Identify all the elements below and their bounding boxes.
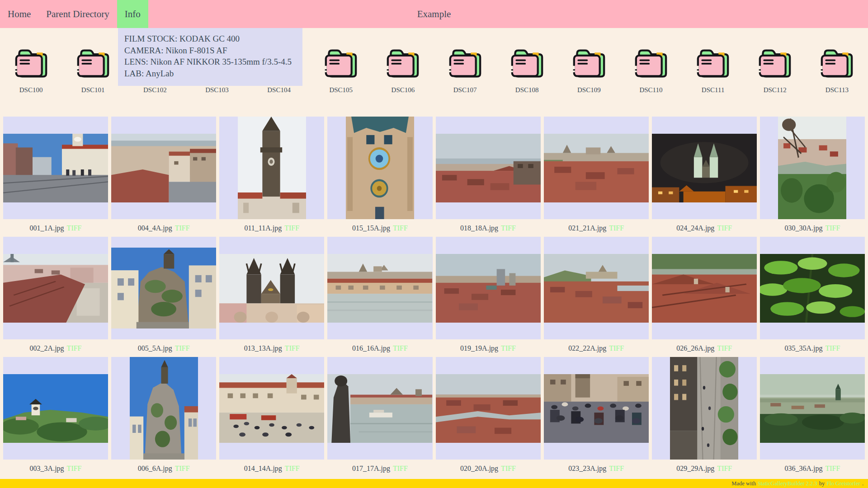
tiff-link[interactable]: TIFF xyxy=(393,344,408,352)
tiff-link[interactable]: TIFF xyxy=(284,224,299,232)
photo-thumbnail-035-35a-jpg[interactable] xyxy=(760,237,865,339)
photo-filename: 035_35A.jpg xyxy=(784,344,822,352)
tiff-link[interactable]: TIFF xyxy=(175,344,190,352)
photo-filename: 002_2A.jpg xyxy=(30,344,64,352)
photo-thumbnail-017-17a-jpg[interactable] xyxy=(327,357,432,460)
photo-thumbnail-006-6a-jpg[interactable] xyxy=(111,357,216,460)
folder-item-dsc113[interactable]: DSC113 xyxy=(806,47,868,94)
tiff-link[interactable]: TIFF xyxy=(67,224,82,232)
tiff-link[interactable]: TIFF xyxy=(67,465,82,473)
photo-image xyxy=(778,117,846,219)
tiff-link[interactable]: TIFF xyxy=(175,465,190,473)
folder-item-dsc109[interactable]: DSC109 xyxy=(558,47,620,94)
photo-thumbnail-018-18a-jpg[interactable] xyxy=(436,117,541,219)
folder-item-dsc110[interactable]: DSC110 xyxy=(620,47,682,94)
photo-thumbnail-004-4a-jpg[interactable] xyxy=(111,117,216,219)
folder-item-dsc100[interactable]: DSC100 xyxy=(0,47,62,94)
photo-image xyxy=(130,357,198,460)
tiff-link[interactable]: TIFF xyxy=(285,344,300,352)
nav-item-parent-directory[interactable]: Parent Directory xyxy=(38,0,117,28)
photo-image xyxy=(111,248,216,328)
photo-image xyxy=(760,374,865,443)
tiff-link[interactable]: TIFF xyxy=(825,465,840,473)
photo-caption: 013_13A.jpg TIFF xyxy=(219,339,324,357)
folder-label: DSC109 xyxy=(577,86,601,94)
photo-thumbnail-019-19a-jpg[interactable] xyxy=(436,237,541,339)
folder-icon xyxy=(385,47,421,80)
photo-thumbnail-029-29a-jpg[interactable] xyxy=(652,357,757,460)
tiff-link[interactable]: TIFF xyxy=(67,344,82,352)
nav-items: HomeParent DirectoryInfo xyxy=(0,0,148,28)
photo-caption: 035_35A.jpg TIFF xyxy=(760,339,865,357)
tiff-link[interactable]: TIFF xyxy=(285,465,300,473)
photo-cell: 001_1A.jpg TIFF xyxy=(3,117,108,237)
photo-thumbnail-020-20a-jpg[interactable] xyxy=(436,357,541,460)
folder-item-dsc111[interactable]: DSC111 xyxy=(682,47,744,94)
tiff-link[interactable]: TIFF xyxy=(717,465,732,473)
info-panel: FILM STOCK: KODAK GC 400CAMERA: Nikon F-… xyxy=(118,28,302,86)
photo-thumbnail-013-13a-jpg[interactable] xyxy=(219,237,324,339)
tiff-link[interactable]: TIFF xyxy=(609,344,624,352)
tiff-link[interactable]: TIFF xyxy=(609,465,624,473)
tiff-link[interactable]: TIFF xyxy=(501,465,516,473)
photo-thumbnail-014-14a-jpg[interactable] xyxy=(219,357,324,460)
photo-cell: 024_24A.jpg TIFF xyxy=(652,117,757,237)
folder-label: DSC101 xyxy=(81,86,105,94)
tiff-link[interactable]: TIFF xyxy=(609,224,624,232)
photo-caption: 011_11A.jpg TIFF xyxy=(219,219,324,237)
photo-thumbnail-015-15a-jpg[interactable] xyxy=(327,117,432,219)
photo-caption: 003_3A.jpg TIFF xyxy=(3,460,108,477)
photo-thumbnail-003-3a-jpg[interactable] xyxy=(3,357,108,460)
folder-label: DSC103 xyxy=(205,86,229,94)
photo-cell: 022_22A.jpg TIFF xyxy=(544,237,649,357)
tiff-link[interactable]: TIFF xyxy=(717,224,732,232)
photo-caption: 001_1A.jpg TIFF xyxy=(3,219,108,237)
nav-item-label: Info xyxy=(125,9,141,20)
photo-cell: 017_17A.jpg TIFF xyxy=(327,357,432,477)
photo-filename: 022_22A.jpg xyxy=(568,344,606,352)
tiff-link[interactable]: TIFF xyxy=(393,465,408,473)
folder-item-dsc101[interactable]: DSC101 xyxy=(62,47,124,94)
photo-cell: 019_19A.jpg TIFF xyxy=(436,237,541,357)
footer-by-text: by xyxy=(819,480,825,487)
nav-item-info[interactable]: Info xyxy=(117,0,148,28)
photo-image xyxy=(436,134,541,202)
tiff-link[interactable]: TIFF xyxy=(825,344,840,352)
photo-thumbnail-030-30a-jpg[interactable] xyxy=(760,117,865,219)
folder-item-dsc107[interactable]: DSC107 xyxy=(434,47,496,94)
photo-thumbnail-011-11a-jpg[interactable] xyxy=(219,117,324,219)
footer-author-link[interactable]: Flo Greistorfer xyxy=(826,480,860,487)
folder-item-dsc112[interactable]: DSC112 xyxy=(744,47,806,94)
photo-thumbnail-021-21a-jpg[interactable] xyxy=(544,117,649,219)
tiff-link[interactable]: TIFF xyxy=(501,344,516,352)
tiff-link[interactable]: TIFF xyxy=(175,224,190,232)
photo-thumbnail-001-1a-jpg[interactable] xyxy=(3,117,108,219)
page-title: Example xyxy=(417,9,451,20)
photo-thumbnail-023-23a-jpg[interactable] xyxy=(544,357,649,460)
photo-thumbnail-036-36a-jpg[interactable] xyxy=(760,357,865,460)
photo-thumbnail-016-16a-jpg[interactable] xyxy=(327,237,432,339)
photo-caption: 004_4A.jpg TIFF xyxy=(111,219,216,237)
photo-thumbnail-026-26a-jpg[interactable] xyxy=(652,237,757,339)
photo-thumbnail-002-2a-jpg[interactable] xyxy=(3,237,108,339)
tiff-link[interactable]: TIFF xyxy=(825,224,840,232)
tiff-link[interactable]: TIFF xyxy=(501,224,516,232)
photo-image xyxy=(544,254,649,323)
folder-item-dsc108[interactable]: DSC108 xyxy=(496,47,558,94)
photo-cell: 020_20A.jpg TIFF xyxy=(436,357,541,477)
photo-thumbnail-005-5a-jpg[interactable] xyxy=(111,237,216,339)
footer-generator-link[interactable]: StaticGalleryBuilder 2.2.3 xyxy=(758,480,817,487)
folder-item-dsc105[interactable]: DSC105 xyxy=(310,47,372,94)
tiff-link[interactable]: TIFF xyxy=(393,224,408,232)
folder-item-dsc106[interactable]: DSC106 xyxy=(372,47,434,94)
folder-label: DSC100 xyxy=(19,86,43,94)
gallery-page: HomeParent DirectoryInfo Example FILM ST… xyxy=(0,0,868,488)
folder-icon xyxy=(447,47,483,80)
info-line: CAMERA: Nikon F-801S AF xyxy=(124,45,296,56)
tiff-link[interactable]: TIFF xyxy=(717,344,732,352)
nav-item-home[interactable]: Home xyxy=(0,0,38,28)
photo-thumbnail-022-22a-jpg[interactable] xyxy=(544,237,649,339)
photo-thumbnail-024-24a-jpg[interactable] xyxy=(652,117,757,219)
folder-icon xyxy=(757,47,793,80)
photo-filename: 006_6A.jpg xyxy=(138,465,172,473)
